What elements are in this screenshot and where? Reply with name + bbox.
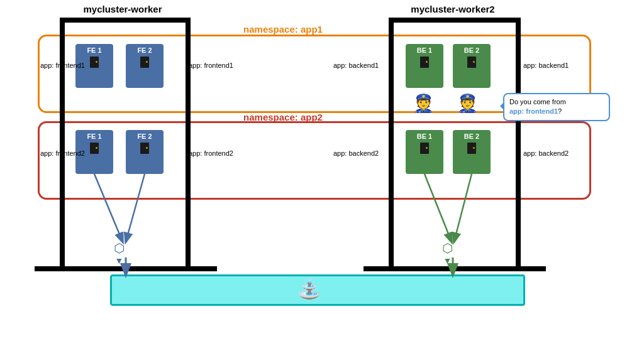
- app-label-be1-app1: app: backend1: [333, 62, 379, 69]
- pod-be2-app1-label: BE 2: [464, 46, 479, 54]
- lb-arrow-down-worker2: ▼: [443, 256, 452, 266]
- pod-be1-app2-label: BE 1: [417, 133, 432, 140]
- app-label-fe1-app2: app: frontend2: [40, 149, 85, 157]
- pod-fe2-app1: FE 2: [126, 44, 164, 88]
- lb-icon-worker1-symbol: ⬡: [114, 241, 125, 256]
- namespace-app2-label: namespace: app2: [220, 112, 346, 122]
- worker2-bottom-bar: [364, 266, 546, 271]
- pod-be1-app1-door: [420, 57, 429, 68]
- pod-be1-app1: BE 1: [406, 44, 443, 88]
- worker2-right-col: [516, 18, 521, 269]
- pod-fe2-app1-label: FE 2: [137, 46, 152, 54]
- pod-fe2-app2: FE 2: [126, 130, 164, 174]
- pod-be2-app2: BE 2: [453, 130, 491, 174]
- app-label-be1-app2: app: backend2: [333, 149, 379, 157]
- namespace-app2-box: [38, 121, 591, 200]
- diagram: mycluster-worker mycluster-worker2 names…: [0, 0, 644, 341]
- pod-fe2-app2-label: FE 2: [137, 133, 152, 140]
- app-label-fe2-app1: app: frontend1: [189, 62, 233, 69]
- pod-fe1-app2-label: FE 1: [87, 133, 101, 140]
- speech-line2: ?: [558, 107, 562, 115]
- worker2-left-col: [389, 18, 394, 269]
- guard-person-2: 👮: [457, 93, 479, 114]
- speech-link: app: frontend1: [509, 107, 558, 115]
- pod-fe1-app1-label: FE 1: [87, 46, 101, 54]
- app-label-fe1-app1: app: frontend1: [40, 62, 85, 69]
- worker1-bottom-bar: [35, 266, 217, 271]
- worker1-label: mycluster-worker: [53, 4, 192, 14]
- worker1-top-bar: [60, 18, 191, 23]
- speech-bubble: Do you come from app: frontend1?: [503, 93, 610, 121]
- guard-person-1: 👮: [413, 93, 435, 114]
- pod-fe1-app2-door: [90, 143, 99, 154]
- pod-be2-app2-label: BE 2: [464, 133, 479, 140]
- pod-fe2-app2-door: [140, 143, 149, 154]
- lb-icon-worker2: ⬡ ▼: [442, 241, 453, 266]
- namespace-app1-label: namespace: app1: [220, 24, 346, 35]
- lb-icon-worker1: ⬡ ▼: [114, 241, 125, 266]
- app-label-be2-app2: app: backend2: [523, 149, 569, 157]
- worker1-right-col: [186, 18, 191, 269]
- pod-be1-app2-door: [420, 143, 429, 154]
- pod-fe2-app1-door: [140, 57, 149, 68]
- pod-be2-app1: BE 2: [453, 44, 491, 88]
- pod-be2-app1-door: [467, 57, 476, 68]
- speech-line1: Do you come from: [509, 98, 566, 106]
- pod-be1-app1-label: BE 1: [417, 46, 432, 54]
- pod-fe1-app1-door: [90, 57, 99, 68]
- pod-be1-app2: BE 1: [406, 130, 443, 174]
- worker2-top-bar: [389, 18, 521, 23]
- app-label-fe2-app2: app: frontend2: [189, 149, 233, 157]
- lb-icon-worker2-symbol: ⬡: [442, 241, 453, 256]
- worker2-label: mycluster-worker2: [377, 4, 528, 14]
- fountain-icon: ⛲: [297, 276, 322, 300]
- lb-arrow-down-worker1: ▼: [115, 256, 124, 266]
- pod-be2-app2-door: [467, 143, 476, 154]
- worker1-left-col: [60, 18, 65, 269]
- app-label-be2-app1: app: backend1: [523, 62, 569, 69]
